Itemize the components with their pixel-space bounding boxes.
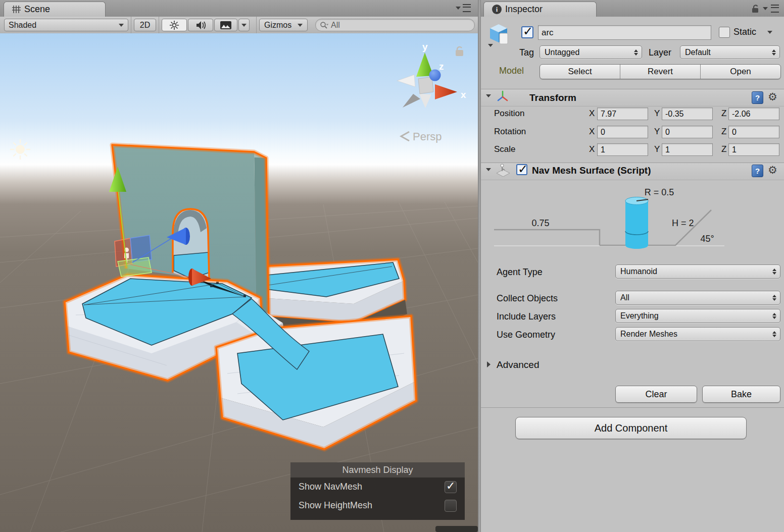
scene-panel: Scene Shaded 2D [0, 0, 478, 532]
rotation-z-field[interactable]: 0 [728, 126, 779, 138]
tag-label: Tag [519, 47, 534, 58]
position-y-field[interactable]: -0.35 [662, 108, 713, 120]
axis-y-label: y [422, 41, 428, 52]
draw-mode-label: Shaded [9, 21, 36, 30]
show-navmesh-label: Show NavMesh [299, 482, 445, 492]
scale-z-field[interactable]: 1 [728, 143, 779, 156]
gear-icon[interactable]: ⚙ [768, 91, 777, 102]
layer-dropdown[interactable]: Default [680, 45, 780, 59]
model-open-button[interactable]: Open [700, 65, 780, 79]
inspector-menu-icon[interactable] [771, 5, 779, 13]
bake-button[interactable]: Bake [702, 386, 780, 403]
scene-toolbar: Shaded 2D [0, 17, 478, 34]
chevron-down-icon [119, 24, 124, 27]
axis-z-label: z [439, 61, 444, 72]
unity-editor-window: Scene Shaded 2D [0, 0, 784, 532]
include-layers-dropdown[interactable]: Everything [615, 309, 780, 323]
gameobject-name-field[interactable]: arc [538, 25, 711, 40]
rotation-label: Rotation [494, 127, 526, 137]
model-button-group: Select Revert Open [540, 64, 781, 79]
static-label: Static [733, 27, 756, 37]
clear-button[interactable]: Clear [615, 386, 697, 403]
foldout-closed-icon[interactable] [487, 361, 491, 367]
tag-dropdown[interactable]: Untagged [540, 45, 642, 59]
foldout-open-icon[interactable] [486, 168, 491, 171]
scene-dropdown-icon[interactable] [456, 7, 461, 10]
show-heightmesh-checkbox[interactable] [445, 500, 457, 512]
model-revert-button[interactable]: Revert [620, 65, 700, 79]
collect-objects-dropdown[interactable]: All [615, 291, 780, 305]
position-z-field[interactable]: -2.06 [728, 108, 779, 120]
transform-header[interactable] [481, 89, 784, 107]
navmesh-title: Nav Mesh Surface (Script) [532, 165, 651, 176]
static-dropdown-icon[interactable] [767, 31, 772, 34]
show-heightmesh-row: Show HeightMesh [290, 496, 465, 515]
inspector-panel: i Inspector a [481, 0, 784, 532]
chevron-down-icon [298, 24, 303, 27]
include-layers-value: Everything [620, 311, 659, 321]
model-label: Model [499, 66, 524, 76]
diagram-step-label: 0.75 [531, 218, 549, 228]
inspector-tab-label: Inspector [505, 4, 543, 15]
scene-viewport[interactable]: y z x Persp Navmesh Dis [0, 33, 478, 532]
gear-icon[interactable]: ⚙ [768, 165, 777, 175]
toolbar-separator [131, 17, 131, 33]
tab-inspector[interactable]: i Inspector [483, 2, 597, 17]
inspector-dropdown-icon[interactable] [763, 7, 768, 10]
toggle-2d-button[interactable]: 2D [134, 19, 156, 31]
use-geometry-dropdown[interactable]: Render Meshes [615, 327, 780, 341]
advanced-foldout[interactable]: Advanced [497, 359, 540, 370]
inspector-body: arc Static Tag Untagged Layer Default Mo… [481, 17, 784, 532]
toolbar-separator [256, 17, 257, 33]
tab-scene[interactable]: Scene [4, 2, 106, 17]
axis-x-label: x [461, 89, 466, 100]
dropdown-arrows-icon [634, 49, 638, 56]
scale-x-field[interactable]: 1 [597, 143, 648, 156]
agent-gizmo[interactable] [115, 235, 152, 277]
scene-search-input[interactable]: All [315, 19, 475, 31]
speaker-icon [195, 20, 206, 30]
show-heightmesh-label: Show HeightMesh [299, 500, 445, 511]
scene-menu-icon[interactable] [463, 4, 471, 12]
static-checkbox[interactable] [719, 27, 730, 38]
use-geometry-label: Use Geometry [497, 330, 555, 340]
diagram-slope-label: 45° [700, 234, 714, 244]
model-select-button[interactable]: Select [540, 65, 620, 79]
gizmos-dropdown[interactable]: Gizmos [259, 19, 308, 31]
scene-tab-menu-icons [456, 4, 471, 12]
audio-toggle-button[interactable] [188, 19, 213, 31]
rotation-y-field[interactable]: 0 [662, 126, 713, 138]
diagram-height-label: H = 2 [672, 218, 694, 228]
sun-icon [169, 20, 179, 30]
lighting-toggle-button[interactable] [162, 19, 187, 31]
foldout-open-icon[interactable] [486, 94, 491, 97]
gameobject-active-checkbox[interactable] [521, 26, 533, 38]
lock-icon[interactable] [751, 4, 760, 13]
rotation-x-field[interactable]: 0 [597, 126, 648, 138]
navmesh-enabled-checkbox[interactable] [516, 164, 527, 175]
gameobject-name-value: arc [542, 28, 554, 38]
agent-type-dropdown[interactable]: Humanoid [615, 264, 780, 279]
effects-dropdown-button[interactable] [238, 19, 250, 31]
help-icon[interactable]: ? [752, 165, 763, 177]
inspector-tabbar: i Inspector [481, 0, 784, 17]
add-component-button[interactable]: Add Component [515, 417, 747, 439]
agent-type-label: Agent Type [497, 267, 543, 278]
help-icon[interactable]: ? [752, 91, 763, 104]
axis-y-label: Y [654, 109, 660, 119]
inspector-tab-icons [751, 4, 779, 13]
dropdown-arrows-icon [772, 49, 776, 56]
show-navmesh-checkbox[interactable] [445, 481, 457, 493]
effects-toggle-button[interactable] [214, 19, 237, 31]
directional-light-icon[interactable] [11, 140, 30, 159]
draw-mode-dropdown[interactable]: Shaded [4, 19, 128, 31]
navmesh-display-title: Navmesh Display [290, 462, 465, 477]
image-effects-icon [220, 21, 231, 29]
gizmos-label: Gizmos [264, 21, 291, 30]
position-x-field[interactable]: 7.97 [597, 108, 648, 120]
toolbar-separator [159, 17, 159, 33]
scale-y-field[interactable]: 1 [662, 143, 713, 156]
agent-cylinder [625, 201, 648, 245]
transform-title: Transform [529, 92, 576, 103]
diagram-radius-label: R = 0.5 [645, 187, 674, 197]
